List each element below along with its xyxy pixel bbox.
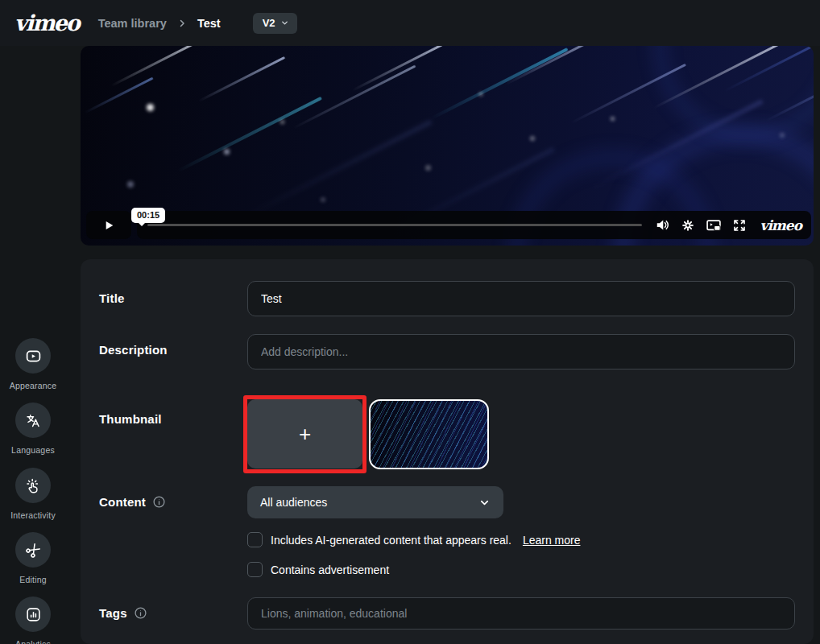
thumbnail-label: Thumbnail [99,412,162,426]
sidebar-item-appearance[interactable]: Appearance [0,338,66,390]
sidebar-item-label: Interactivity [0,510,66,520]
description-label: Description [99,343,168,357]
tags-input[interactable] [247,597,795,630]
version-dropdown-button[interactable]: V2 [253,13,297,34]
sidebar-item-editing[interactable]: Editing [0,532,66,584]
add-thumbnail-button[interactable]: + [247,399,362,469]
chevron-down-icon [478,497,491,509]
advertisement-label: Contains advertisement [271,564,389,576]
progress-bar[interactable] [147,224,642,226]
tags-label-text: Tags [99,606,127,620]
version-label: V2 [263,17,275,29]
vimeo-logo[interactable]: vimeo [14,10,79,35]
fullscreen-icon [732,218,747,233]
fullscreen-button[interactable] [732,218,747,233]
volume-button[interactable] [655,217,670,233]
topbar: vimeo Team library Test V2 [0,0,820,46]
chevron-right-icon [177,19,187,28]
play-button[interactable] [86,211,131,239]
breadcrumb-team-library[interactable]: Team library [98,17,167,30]
sidebar-item-label: Editing [0,575,66,584]
ai-content-checkbox[interactable] [247,532,263,547]
play-icon [102,219,115,232]
description-label-text: Description [99,343,168,357]
sidebar-item-analytics[interactable]: Analytics [0,597,66,644]
pip-button[interactable] [706,217,722,233]
advertisement-checkbox[interactable] [247,562,263,577]
ai-content-label: Includes AI-generated content that appea… [271,534,511,547]
advertisement-row: Contains advertisement [247,562,389,577]
sidebar-item-languages[interactable]: Languages [0,402,66,455]
player-control-bar: vimeo [137,211,811,239]
editing-icon [15,532,51,568]
volume-icon [655,217,670,233]
thumbnail-image[interactable] [369,399,489,469]
breadcrumb-current: Test [197,17,221,30]
title-input[interactable] [247,281,795,316]
chevron-down-icon [280,19,289,27]
video-player[interactable]: vimeo 00:15 [81,46,814,246]
timestamp-tooltip: 00:15 [131,208,165,223]
sidebar-item-label: Analytics [0,639,66,644]
content-label: Content [99,495,166,509]
sidebar-item-label: Appearance [0,381,66,390]
description-input[interactable] [247,334,795,369]
settings-panel: Title Description Thumbnail + Content Al… [81,259,814,644]
sidebar: Appearance Languages Interactivity Editi… [0,46,81,644]
tags-label: Tags [99,606,147,620]
title-label: Title [99,291,125,305]
picture-in-picture-icon [706,217,722,233]
gear-icon [681,218,695,233]
breadcrumb: Team library Test V2 [98,13,297,34]
info-icon[interactable] [134,606,147,620]
analytics-icon [15,597,51,632]
learn-more-link[interactable]: Learn more [523,534,581,547]
content-label-text: Content [99,495,146,509]
sidebar-item-interactivity[interactable]: Interactivity [0,468,66,520]
title-label-text: Title [99,291,125,305]
settings-button[interactable] [681,218,695,233]
audience-selected-value: All audiences [260,496,327,509]
vimeo-watermark[interactable]: vimeo [760,217,801,233]
ai-content-row: Includes AI-generated content that appea… [247,532,580,547]
interactivity-icon [15,468,51,503]
appearance-icon [15,338,51,374]
sidebar-item-label: Languages [0,445,66,455]
audience-dropdown[interactable]: All audiences [247,486,503,518]
info-icon[interactable] [152,495,166,509]
languages-icon [15,402,51,438]
thumbnail-label-text: Thumbnail [99,412,162,426]
